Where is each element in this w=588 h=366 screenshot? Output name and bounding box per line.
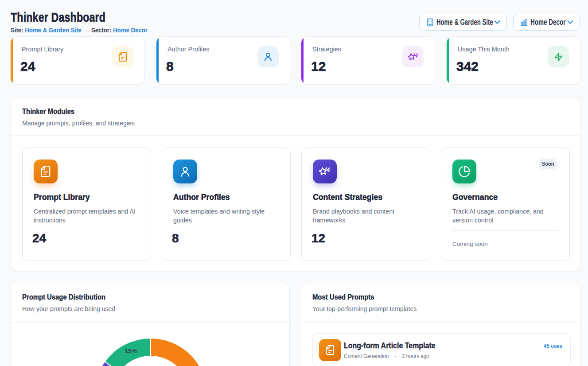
svg-text:15%: 15%: [125, 347, 137, 354]
